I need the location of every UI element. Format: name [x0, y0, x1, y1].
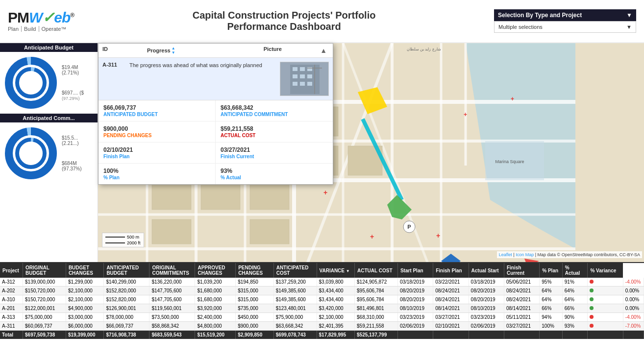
budget-bottom-label: $697.... ($ (97.29%) — [62, 90, 94, 101]
popup-building-image — [280, 62, 329, 96]
table-row[interactable]: A-312$139,000,000$1,299,000$140,299,000$… — [0, 278, 644, 287]
svg-rect-57 — [293, 67, 297, 71]
pct-actual-label: % Actual — [221, 175, 328, 180]
actual-cost-label: ACTUAL COST — [221, 133, 328, 138]
budget-section: Anticipated Budget $19.4M (2.71%) — [0, 43, 98, 114]
ant-commitment-label: ANTICIPATED COMMITMENT — [221, 112, 328, 117]
commitment-top-label: $15.5... (2.21...) — [62, 135, 94, 146]
ant-commitment-value: $63,668,342 — [221, 104, 328, 111]
col-anticipated-budget[interactable]: ANTICIPATEDBUDGET — [104, 263, 149, 278]
col-start-plan[interactable]: Start Plan — [397, 263, 433, 278]
finish-current-date: 03/27/2021 — [221, 146, 328, 153]
pending-changes-value: $900,000 — [103, 125, 210, 132]
col-original-commitments[interactable]: ORIGINALCOMMITMENTS — [149, 263, 195, 278]
svg-rect-58 — [300, 67, 305, 71]
col-variance[interactable]: VARIANCE ▼ — [317, 263, 355, 278]
total-row: Total$697,509,738$19,399,000$716,908,738… — [0, 331, 644, 339]
finish-plan-cell: 02/10/2021 Finish Plan — [99, 143, 216, 164]
pending-changes-label: PENDING CHANGES — [103, 133, 210, 138]
popup-close-button[interactable]: ▲ — [318, 47, 329, 54]
col-project[interactable]: Project — [0, 263, 23, 278]
finish-plan-label: Finish Plan — [103, 154, 210, 159]
ant-budget-label: ANTICIPATED BUDGET — [103, 112, 210, 117]
col-finish-current[interactable]: FinishCurrent — [504, 263, 539, 278]
col-actual-start[interactable]: Actual Start — [469, 263, 504, 278]
leaflet-link[interactable]: Leaflet — [499, 252, 512, 257]
svg-rect-64 — [300, 82, 305, 86]
svg-text:شارع زايد بن سلطان: شارع زايد بن سلطان — [407, 47, 441, 51]
col-budget-changes[interactable]: BUDGETCHANGES — [66, 263, 104, 278]
svg-rect-59 — [307, 67, 312, 71]
commitment-section: Anticipated Comm... $15.5... (2.21...) $… — [0, 114, 98, 184]
popup-col-id: ID — [102, 46, 108, 55]
col-finish-plan[interactable]: Finish Plan — [433, 263, 469, 278]
selection-value[interactable]: Multiple selections ▼ — [494, 21, 636, 33]
popup-row-id: A-311 — [102, 62, 124, 68]
content-wrapper: Anticipated Budget $19.4M (2.71%) — [0, 43, 644, 360]
popup-progress-text: The progress was ahead of what was origi… — [129, 62, 275, 69]
popup-col-progress: Progress — [147, 48, 171, 53]
logo: PMW✓eb® — [8, 10, 74, 25]
svg-rect-62 — [307, 74, 312, 78]
svg-rect-65 — [307, 82, 312, 86]
col-pct-actual[interactable]: %Actual — [562, 263, 588, 278]
budget-section-title: Anticipated Budget — [0, 43, 98, 52]
col-pct-variance[interactable]: % Variance — [588, 263, 623, 278]
svg-point-3 — [17, 69, 45, 96]
svg-text:+: + — [464, 111, 467, 118]
svg-point-7 — [17, 140, 45, 167]
table-row[interactable]: A-201$122,000,001$4,900,000$126,900,001$… — [0, 304, 644, 313]
svg-text:+: + — [511, 96, 514, 102]
col-actual-cost[interactable]: ACTUAL COST — [355, 263, 398, 278]
map-scale: 500 m 2000 ft — [102, 233, 144, 247]
col-original-budget[interactable]: ORIGINALBUDGET — [23, 263, 66, 278]
svg-rect-60 — [293, 74, 297, 78]
bottom-table[interactable]: Project ORIGINALBUDGET BUDGETCHANGES ANT… — [0, 262, 644, 360]
red-dot-icon — [590, 315, 594, 319]
popup-data-row: A-311 The progress was ahead of what was… — [99, 58, 333, 100]
svg-rect-30 — [201, 185, 240, 210]
svg-text:P: P — [407, 224, 411, 230]
table-row[interactable]: A-313$75,000,000$3,000,000$78,000,000$73… — [0, 313, 644, 322]
svg-text:+: + — [370, 233, 374, 240]
map-attribution: Leaflet | Icon Map | Map data © OpenStre… — [497, 251, 642, 258]
actual-cost-value: $59,211,558 — [221, 125, 328, 132]
ant-budget-value: $66,069,737 — [103, 104, 210, 111]
col-pending-changes[interactable]: PENDINGCHANGES — [236, 263, 274, 278]
commitment-bottom-label: $684M (97.37%) — [62, 161, 94, 171]
commitment-section-title: Anticipated Comm... — [0, 114, 98, 122]
selection-box[interactable]: Selection By Type and Project ▼ — [494, 9, 636, 21]
table-row[interactable]: A-202$150,720,000$2,100,000$152,820,000$… — [0, 287, 644, 295]
svg-text:+: + — [436, 232, 440, 240]
budget-top-label: $19.4M (2.71%) — [62, 65, 94, 75]
col-approved-changes[interactable]: APPROVEDCHANGES — [195, 263, 236, 278]
red-dot-icon — [590, 324, 594, 328]
col-pct-plan[interactable]: % Plan — [540, 263, 563, 278]
table-row[interactable]: A-311$60,069,737$6,000,000$66,069,737$58… — [0, 322, 644, 331]
svg-rect-29 — [152, 185, 191, 210]
pct-plan-cell: 100% % Plan — [99, 164, 216, 184]
selection-area: Selection By Type and Project ▼ Multiple… — [494, 9, 636, 33]
ant-budget-cell: $66,069,737 ANTICIPATED BUDGET — [99, 100, 216, 121]
pending-changes-cell: $900,000 PENDING CHANGES — [99, 121, 216, 143]
green-dot-icon — [590, 288, 594, 292]
popup-data-grid: $66,069,737 ANTICIPATED BUDGET $63,668,3… — [99, 100, 333, 184]
svg-rect-34 — [250, 219, 289, 244]
logo-subtitle: Plan Build Operate™ — [8, 26, 74, 32]
finish-plan-date: 02/10/2021 — [103, 146, 210, 153]
svg-rect-31 — [250, 185, 289, 210]
pct-actual-value: 93% — [221, 168, 328, 174]
table-row[interactable]: A-310$150,720,000$2,100,000$152,820,000$… — [0, 295, 644, 304]
header: PMW✓eb® Plan Build Operate™ Capital Cons… — [0, 0, 644, 43]
data-table: Project ORIGINALBUDGET BUDGETCHANGES ANT… — [0, 263, 644, 339]
svg-text:+: + — [323, 189, 327, 196]
dashboard-title: Capital Construction Projects' Portfolio… — [193, 10, 376, 32]
svg-text:Marina Square: Marina Square — [495, 159, 524, 164]
col-anticipated-cost[interactable]: ANTICIPATEDCOST — [273, 263, 317, 278]
red-dot-icon — [590, 280, 594, 284]
logo-area: PMW✓eb® Plan Build Operate™ — [8, 10, 74, 32]
icon-map-link[interactable]: Icon Map — [516, 252, 534, 257]
progress-popup: ID Progress ▲▼ Picture ▲ A-311 The progr… — [98, 43, 333, 185]
svg-rect-61 — [300, 74, 305, 78]
pct-plan-value: 100% — [103, 168, 210, 174]
